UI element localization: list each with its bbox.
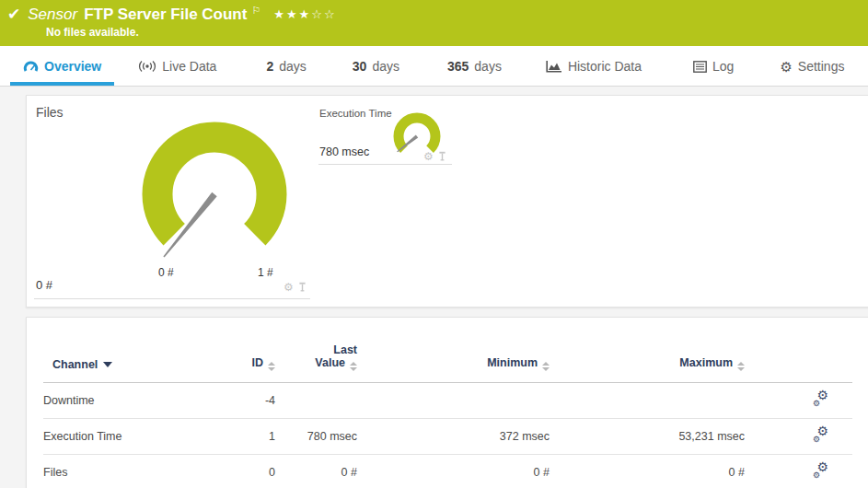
tab-label: Overview — [44, 59, 101, 74]
object-kind-label: Sensor — [28, 6, 77, 24]
pin-icon[interactable] — [438, 151, 446, 162]
channels-panel: Channel ID Last Value Minimum Maximum Do… — [26, 317, 868, 488]
column-header-id[interactable]: ID — [227, 318, 283, 383]
sensor-status-bar: ✔ Sensor FTP Server File Count ⚐ ★★★☆☆ N… — [0, 0, 868, 46]
stars-filled[interactable]: ★★★ — [273, 7, 311, 21]
files-gauge-max-label: 1 # — [258, 266, 273, 279]
channel-name: Downtime — [43, 383, 227, 419]
channel-minimum: 372 msec — [370, 419, 559, 455]
column-header-minimum[interactable]: Minimum — [370, 318, 559, 383]
sensor-title: FTP Server File Count — [84, 6, 247, 24]
sort-icon — [737, 362, 745, 371]
execution-time-current-value: 780 msec — [319, 145, 369, 158]
sort-desc-icon — [103, 362, 112, 367]
live-signal-icon — [138, 60, 156, 73]
tab-label: days — [474, 59, 502, 74]
files-block-divider — [34, 298, 310, 299]
sensor-message: No files available. — [0, 26, 868, 39]
execution-time-block-divider — [318, 164, 452, 165]
tab-label: Historic Data — [568, 59, 642, 74]
table-row-files: Files 0 0 # 0 # 0 # ⚙⚙ — [43, 455, 852, 488]
tab-overview[interactable]: Overview — [10, 59, 114, 86]
channel-maximum: 53,231 msec — [559, 419, 747, 455]
channel-name: Files — [43, 455, 227, 488]
tab-log[interactable]: Log — [680, 59, 746, 86]
tab-label: days — [372, 59, 399, 74]
stars-empty[interactable]: ☆☆ — [311, 7, 336, 21]
column-header-last-value[interactable]: Last Value — [283, 318, 370, 383]
area-chart-icon — [546, 60, 562, 73]
channel-id: 0 — [227, 455, 283, 488]
edit-channel-icon[interactable]: ⚙⚙ — [813, 391, 828, 407]
tab-historic-data[interactable]: Historic Data — [533, 59, 654, 86]
sort-icon — [542, 362, 550, 371]
files-gauge-title: Files — [36, 105, 64, 120]
gauges-panel: Files 0 # 1 # 0 # ⚙ Execution Time 780 m… — [26, 95, 868, 308]
tab-live-data[interactable]: Live Data — [125, 59, 229, 86]
tab-2-days[interactable]: 2 days — [253, 59, 318, 86]
table-row-execution-time: Execution Time 1 780 msec 372 msec 53,23… — [43, 419, 852, 455]
tab-settings[interactable]: ⚙ Settings — [767, 59, 857, 86]
tab-label: Log — [712, 59, 734, 74]
channel-name: Execution Time — [43, 419, 227, 455]
log-list-icon — [693, 61, 707, 73]
tab-30-days[interactable]: 30 days — [340, 59, 412, 86]
channels-table: Channel ID Last Value Minimum Maximum Do… — [43, 318, 852, 488]
channel-last-value — [283, 383, 370, 419]
column-header-actions — [747, 318, 852, 383]
channel-last-value: 0 # — [283, 455, 370, 488]
table-header-row: Channel ID Last Value Minimum Maximum — [43, 318, 852, 383]
files-gauge-min-label: 0 # — [158, 266, 174, 279]
tab-365-days[interactable]: 365 days — [434, 59, 515, 86]
tab-label: Settings — [798, 59, 845, 74]
column-header-maximum[interactable]: Maximum — [559, 318, 747, 383]
gauge-icon — [23, 61, 39, 73]
channel-maximum: 0 # — [559, 455, 747, 488]
files-gauge — [136, 111, 293, 282]
tab-label: Live Data — [162, 59, 216, 74]
gauge-settings-icon[interactable]: ⚙ — [284, 282, 294, 293]
tab-label: days — [279, 59, 307, 74]
gauge-settings-icon[interactable]: ⚙ — [423, 151, 434, 162]
pin-icon[interactable] — [298, 282, 307, 293]
flag-icon[interactable]: ⚐ — [251, 5, 260, 17]
tab-bar: Overview Live Data 2 days 30 days 365 da… — [0, 46, 868, 87]
sort-icon — [268, 362, 275, 371]
files-current-value: 0 # — [36, 278, 52, 292]
status-ok-icon: ✔ — [7, 5, 20, 24]
edit-channel-icon[interactable]: ⚙⚙ — [813, 427, 828, 443]
sort-icon — [350, 362, 357, 371]
table-row-downtime: Downtime -4 ⚙⚙ — [43, 383, 852, 419]
column-header-channel[interactable]: Channel — [43, 318, 227, 383]
channel-maximum — [559, 383, 747, 419]
channel-id: 1 — [227, 419, 283, 455]
channel-id: -4 — [227, 383, 283, 419]
gear-icon: ⚙ — [780, 60, 792, 74]
execution-time-gauge-title: Execution Time — [319, 108, 392, 119]
edit-channel-icon[interactable]: ⚙⚙ — [813, 463, 828, 479]
priority-stars[interactable]: ★★★☆☆ — [273, 7, 336, 21]
channel-minimum: 0 # — [370, 455, 559, 488]
channel-minimum — [370, 383, 559, 419]
channel-last-value: 780 msec — [283, 419, 370, 455]
